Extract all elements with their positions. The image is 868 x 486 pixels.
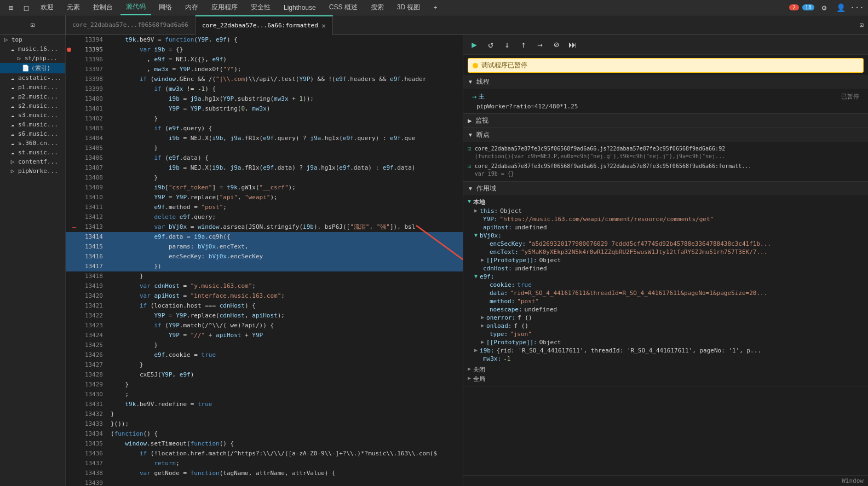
- thread-main[interactable]: → 主 已暂停: [463, 91, 868, 102]
- expand-proto-icon[interactable]: ▶: [481, 257, 484, 263]
- tree-item-s3music[interactable]: ☁ s3.music...: [0, 111, 65, 120]
- menu-css[interactable]: CSS 概述: [324, 0, 363, 15]
- scope-val-type: "json": [510, 331, 532, 338]
- settings-button[interactable]: ⚙: [818, 1, 831, 14]
- expand-e9f-icon[interactable]: ▼: [474, 273, 478, 279]
- tab-formatted[interactable]: core_22dabaa57e...6a66:formatted ×: [196, 15, 333, 35]
- debug-step-over-button[interactable]: ↓: [501, 38, 514, 51]
- menu-memory[interactable]: 内存: [180, 0, 204, 15]
- scope-global-header[interactable]: ▶ 全局: [463, 374, 868, 384]
- menu-welcome[interactable]: 欢迎: [35, 0, 59, 15]
- expand-global-icon[interactable]: ▶: [468, 375, 471, 381]
- arrow-area: [72, 331, 81, 340]
- line-content: i9b = NEJ.X(i9b, j9a.fR1x(e9f.data) ? j9…: [108, 163, 463, 173]
- debug-restart-button[interactable]: ↺: [484, 38, 497, 51]
- scope-noescape: noescape: undefined: [463, 305, 868, 314]
- scope-key-i9b: i9b:: [480, 347, 495, 354]
- tree-item-p2music[interactable]: ☁ p2.music...: [0, 92, 65, 101]
- debug-step-into-button[interactable]: ↑: [517, 38, 530, 51]
- menu-search[interactable]: 搜索: [365, 0, 389, 15]
- code-line-13413: — 13413 var bVj0x = window.asrsea(JSON.s…: [66, 222, 463, 232]
- tree-item-acstatic[interactable]: ☁ acstatic-...: [0, 73, 65, 83]
- section-breakpoints-header[interactable]: ▼ 断点: [463, 128, 868, 142]
- debug-deactivate-button[interactable]: ⊘: [550, 38, 563, 51]
- more-button[interactable]: ···: [850, 1, 864, 14]
- debug-panel-scroll[interactable]: ▼ 线程 → 主 已暂停 pipWorker?ratio=412/480*1.2…: [463, 75, 868, 475]
- scope-val-y9p: "https://music.163.com/weapi/comment/res…: [500, 216, 714, 223]
- tree-label: pipWorke...: [18, 167, 58, 175]
- line-content: }: [108, 340, 463, 350]
- scope-onload[interactable]: ▶ onload: f (): [463, 322, 868, 330]
- line-number: 13403: [81, 124, 108, 134]
- menu-3d[interactable]: 3D 视图: [392, 0, 426, 15]
- code-line-13398: 13398 if (window.GEnc && /(^|\\.com)\\/a…: [66, 74, 463, 84]
- expand-this-icon[interactable]: ▶: [474, 207, 478, 213]
- expand-bvj0x-icon[interactable]: ▼: [474, 232, 478, 238]
- expand-local-icon[interactable]: ▼: [468, 198, 471, 204]
- profile-button[interactable]: 👤: [834, 1, 847, 14]
- menu-add[interactable]: +: [428, 0, 442, 15]
- tree-item-s360[interactable]: ☁ s.360.cn...: [0, 138, 65, 148]
- expand-onload-icon[interactable]: ▶: [481, 322, 484, 328]
- tree-item-s2music[interactable]: ☁ s2.music...: [0, 101, 65, 111]
- tree-item-s6music[interactable]: ☁ s6.music...: [0, 129, 65, 138]
- scope-local-header[interactable]: ▼ 本地: [463, 198, 868, 207]
- tab-bar-left-icon[interactable]: ⊡: [0, 15, 66, 34]
- scope-i9b[interactable]: ▶ i9b: {rid: 'R_SO_4_441617611', threadI…: [463, 346, 868, 355]
- devtools-icon[interactable]: ⊞: [4, 1, 18, 14]
- line-number: 13410: [81, 193, 108, 202]
- tree-item-contentf[interactable]: ▷ contentf...: [0, 157, 65, 166]
- scope-onerror[interactable]: ▶ onerror: f (): [463, 314, 868, 322]
- section-scope-header[interactable]: ▼ 作用域: [463, 182, 868, 195]
- breakpoint-area: [66, 301, 72, 311]
- scope-e9f-proto[interactable]: ▶ [[Prototype]]: Object: [463, 338, 868, 346]
- menu-security[interactable]: 安全性: [245, 0, 276, 15]
- tree-label: acstatic-...: [18, 74, 61, 82]
- debug-skip-button[interactable]: ⏭: [566, 38, 579, 51]
- scope-bvj0x[interactable]: ▼ bVj0x:: [463, 232, 868, 240]
- tab-original[interactable]: core_22dabaa57e...f06568f9ad6a66: [66, 15, 196, 35]
- line-content: }: [108, 173, 463, 183]
- breakpoint-checkbox-2[interactable]: ☑: [468, 163, 472, 170]
- tree-item-s4music[interactable]: ☁ s4.music...: [0, 120, 65, 129]
- scope-bvj0x-proto[interactable]: ▶ [[Prototype]]: Object: [463, 256, 868, 264]
- tree-item-music163[interactable]: ☁ music.16...: [0, 44, 65, 54]
- tree-item-stpip[interactable]: ▷ st/pip...: [0, 54, 65, 63]
- breakpoint-item-1[interactable]: ☑ core_22dabaa57e87fe3c95f06568f9ad6a66.…: [463, 144, 868, 161]
- tree-item-top[interactable]: ▷ top: [0, 35, 65, 44]
- panel-icon[interactable]: □: [20, 1, 33, 14]
- code-line-13404: 13404 i9b = NEJ.X(i9b, j9a.fR1x(e9f.quer…: [66, 134, 463, 143]
- menu-sources[interactable]: 源代码: [120, 0, 151, 15]
- code-editor[interactable]: 13394 t9k.be9V = function(Y9P, e9f) { 13…: [66, 35, 463, 486]
- menu-application[interactable]: 应用程序: [206, 0, 243, 15]
- line-number: 13397: [81, 65, 108, 74]
- menu-elements[interactable]: 元素: [61, 0, 85, 15]
- scope-e9f[interactable]: ▼ e9f:: [463, 273, 868, 281]
- expand-e9f-proto-icon[interactable]: ▶: [481, 339, 484, 345]
- line-number: 13437: [81, 459, 108, 468]
- scope-this[interactable]: ▶ this: Object: [463, 207, 868, 215]
- scope-key-cdnhost: cdnHost:: [483, 265, 512, 272]
- tab-close-button[interactable]: ×: [321, 21, 326, 30]
- breakpoint-checkbox-1[interactable]: ☑: [468, 145, 472, 152]
- scope-close-label: 关闭: [473, 366, 485, 374]
- menu-network[interactable]: 网络: [153, 0, 177, 15]
- scope-close-header[interactable]: ▶ 关闭: [463, 365, 868, 374]
- expand-onerror-icon[interactable]: ▶: [481, 314, 484, 320]
- expand-close-icon[interactable]: ▶: [468, 366, 471, 372]
- section-thread-header[interactable]: ▼ 线程: [463, 75, 868, 89]
- menu-console[interactable]: 控制台: [88, 0, 118, 15]
- breakpoint-item-2[interactable]: ☑ core_22dabaa57e87fe3c95f06568f9ad6a66.…: [463, 161, 868, 179]
- tree-item-index[interactable]: 📄 (索引): [0, 63, 65, 73]
- debug-step-out-button[interactable]: →: [533, 38, 547, 51]
- debug-resume-button[interactable]: ▶: [468, 38, 481, 51]
- section-watch-header[interactable]: ▶ 监视: [463, 114, 868, 128]
- scope-method: method: "post": [463, 297, 868, 305]
- menu-lighthouse[interactable]: Lighthouse: [278, 0, 321, 15]
- tree-item-p1music[interactable]: ☁ p1.music...: [0, 83, 65, 92]
- tab-bar-icon[interactable]: ⊡: [860, 21, 864, 29]
- breakpoint-area: [66, 350, 72, 360]
- expand-i9b-icon[interactable]: ▶: [474, 347, 478, 353]
- tree-item-pipworker[interactable]: ▷ pipWorke...: [0, 166, 65, 176]
- tree-item-stmusic[interactable]: ☁ st.music...: [0, 148, 65, 157]
